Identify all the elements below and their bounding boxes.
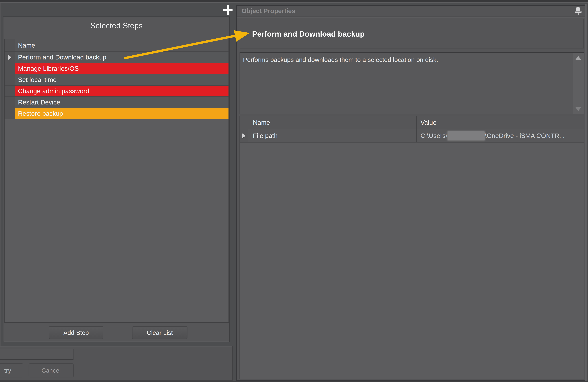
property-row[interactable]: File path C:\Users\ \OneDrive - iSMA CON…: [240, 129, 584, 143]
right-window-bevel: [586, 4, 587, 381]
panel-title: Object Properties: [237, 7, 295, 15]
redacted-username: [448, 131, 485, 140]
step-label[interactable]: Perform and Download backup: [15, 52, 229, 63]
application-window: Selected Steps Name Perform and Download…: [0, 0, 588, 382]
plus-icon-bar: [227, 5, 229, 15]
right-window-edge: [587, 4, 588, 381]
step-label[interactable]: Restart Device: [15, 97, 229, 108]
cancel-button[interactable]: Cancel: [29, 363, 74, 378]
row-selector-cell[interactable]: [240, 129, 248, 143]
name-column-header: Name: [248, 116, 417, 129]
selected-steps-table: Name Perform and Download backup Manage …: [4, 39, 229, 323]
table-header-row: Name: [4, 39, 229, 52]
step-label[interactable]: Change admin password: [15, 86, 229, 97]
add-step-button[interactable]: Add Step: [49, 326, 103, 339]
object-properties-header: Object Properties: [237, 6, 585, 17]
retry-button-partial[interactable]: try: [0, 363, 23, 378]
selected-object-title: Perform and Download backup: [240, 29, 365, 38]
top-window-edge: [0, 0, 588, 2]
row-selector-cell[interactable]: [4, 63, 15, 74]
selected-object-title-box: Perform and Download backup: [240, 19, 584, 48]
file-path-suffix: \OneDrive - iSMA CONTR...: [485, 132, 565, 139]
row-selector-header-cell: [240, 116, 248, 129]
row-selector-cell[interactable]: [4, 74, 15, 86]
row-selector-header-cell: [4, 39, 15, 52]
property-value[interactable]: C:\Users\ \OneDrive - iSMA CONTR...: [417, 129, 584, 143]
file-path-prefix: C:\Users\: [420, 132, 447, 139]
properties-header-row: Name Value: [240, 116, 584, 129]
table-row[interactable]: Perform and Download backup: [4, 52, 229, 63]
row-selector-cell[interactable]: [4, 52, 15, 63]
scroll-up-icon[interactable]: [576, 56, 581, 60]
retry-button-label: try: [4, 367, 11, 374]
row-selector-cell[interactable]: [4, 108, 15, 119]
clear-list-button[interactable]: Clear List: [132, 326, 188, 339]
table-row[interactable]: Restart Device: [4, 97, 229, 108]
table-row[interactable]: Restore backup: [4, 108, 229, 119]
step-label[interactable]: Restore backup: [15, 108, 229, 119]
properties-table: Name Value File path C:\Users\ \OneDrive…: [239, 116, 584, 379]
current-row-arrow-icon: [8, 55, 12, 60]
name-column-header: Name: [15, 39, 229, 52]
top-window-bevel: [0, 2, 588, 3]
object-description: Performs backups and downloads them to a…: [243, 56, 562, 64]
step-label[interactable]: Manage Libraries/OS: [15, 63, 229, 74]
pin-icon[interactable]: [574, 7, 582, 15]
property-name[interactable]: File path: [248, 129, 417, 143]
left-window-edge: [0, 3, 1, 382]
selected-steps-title: Selected Steps: [3, 20, 230, 31]
object-description-box: Performs backups and downloads them to a…: [239, 52, 584, 115]
bottom-text-input[interactable]: [0, 349, 73, 360]
header-bevel: [237, 17, 585, 18]
current-row-arrow-icon: [242, 133, 246, 138]
value-column-header: Value: [417, 116, 584, 129]
scroll-down-icon[interactable]: [576, 107, 581, 111]
table-row[interactable]: Set local time: [4, 74, 229, 86]
plus-icon[interactable]: [223, 5, 232, 15]
row-selector-cell[interactable]: [4, 86, 15, 97]
step-label[interactable]: Set local time: [15, 74, 229, 86]
cancel-button-label: Cancel: [42, 367, 61, 374]
table-row[interactable]: Manage Libraries/OS: [4, 63, 229, 74]
table-row[interactable]: Change admin password: [4, 86, 229, 97]
bottom-window-edge: [0, 381, 588, 382]
row-selector-cell[interactable]: [4, 97, 15, 108]
description-scrollbar[interactable]: [573, 53, 584, 114]
